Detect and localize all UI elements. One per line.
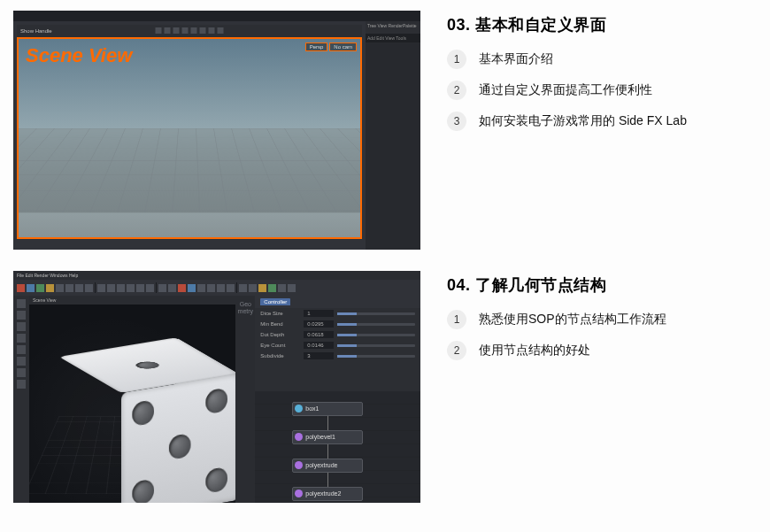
share-handle-label: Show Handle [20, 28, 52, 34]
grid-floor [17, 128, 362, 213]
side-panel-tabs: Tree View RenderPalette [366, 21, 420, 34]
node-polybevel1: polybevel1 [292, 430, 363, 444]
separator [95, 282, 96, 293]
persp-button: Persp [305, 42, 328, 51]
dice-front-face [121, 374, 235, 503]
houdini-nodes-screenshot: File Edit Render Windows Help [13, 271, 420, 503]
tool-icon [107, 284, 115, 292]
item-number-circle: 2 [447, 341, 466, 360]
extrude-icon [295, 490, 303, 497]
tool-icon [197, 284, 205, 292]
item-label: 使用节点结构的好处 [479, 343, 590, 359]
tool-icon [146, 284, 154, 292]
3d-viewport: Scene View [29, 296, 235, 503]
side-panel: Tree View RenderPalette Add Edit View To… [366, 21, 420, 250]
tool-icon [65, 284, 73, 292]
section-03-heading: 03. 基本和自定义界面 [447, 14, 757, 35]
tool-icon [227, 284, 235, 292]
viewport-tabs: Scene View [29, 296, 235, 305]
item-number-circle: 2 [447, 81, 466, 100]
param-tab-controller: Controller [260, 298, 290, 305]
node-polyextrude2: polyextrude2 [292, 487, 363, 501]
app-toolbar [13, 280, 420, 296]
lesson-item[interactable]: 2 通过自定义界面提高工作便利性 [447, 81, 757, 100]
section-03-text: 03. 基本和自定义界面 1 基本界面介绍 2 通过自定义界面提高工作便利性 3… [447, 11, 757, 250]
parameters-panel: Controller Dice Size1 Min Bend0.0295 Dot… [255, 296, 420, 391]
tool-icon [56, 284, 64, 292]
section-04-text: 04. 了解几何节点结构 1 熟悉使用SOP的节点结构工作流程 2 使用节点结构… [447, 271, 757, 503]
item-label: 通过自定义界面提高工作便利性 [479, 82, 652, 98]
tool-icon [97, 284, 105, 292]
right-column: Controller Dice Size1 Min Bend0.0295 Dot… [255, 296, 420, 503]
tool-icon [46, 284, 54, 292]
left-tool-strip [13, 296, 29, 503]
item-label: 熟悉使用SOP的节点结构工作流程 [479, 312, 666, 328]
side-panel-toolbar: Add Edit View Tools [366, 34, 420, 42]
tool-icon [188, 284, 196, 292]
network-view: box1 polybevel1 polyextrude polyextrude2 [255, 391, 420, 503]
lesson-item[interactable]: 1 熟悉使用SOP的节点结构工作流程 [447, 310, 757, 329]
node-polyextrude: polyextrude [292, 459, 363, 473]
item-number-circle: 3 [447, 112, 466, 131]
tool-icon [217, 284, 225, 292]
viewport-panel: Show Handle Scene View Persp No cam [13, 21, 366, 250]
geometry-column: Geo metry [235, 296, 255, 503]
tool-icon [17, 284, 25, 292]
app-menubar: File Edit Render Windows Help [13, 271, 420, 280]
tool-icon [27, 284, 35, 292]
course-section-03: Show Handle Scene View Persp No cam [0, 0, 770, 260]
separator [156, 282, 157, 293]
section-04-thumbnail: File Edit Render Windows Help [13, 271, 420, 503]
item-number-circle: 1 [447, 50, 466, 69]
dice-geometry [90, 356, 207, 501]
tool-icon [168, 284, 176, 292]
tool-icon [207, 284, 215, 292]
node-box1: box1 [292, 402, 363, 416]
tool-icon [258, 284, 266, 292]
tool-icon [117, 284, 125, 292]
tool-icon [136, 284, 144, 292]
lesson-item[interactable]: 1 基本界面介绍 [447, 50, 757, 69]
tool-icon [249, 284, 257, 292]
toolbar-icons [156, 25, 224, 34]
extrude-icon [295, 461, 303, 469]
separator [236, 282, 237, 293]
scene-view-window: Scene View Persp No cam [17, 37, 362, 239]
item-label: 基本界面介绍 [479, 51, 553, 67]
tool-icon [158, 284, 166, 292]
tool-icon [36, 284, 44, 292]
param-tabs: Controller [255, 296, 420, 308]
no-cam-button: No cam [329, 42, 357, 51]
tool-icon [75, 284, 83, 292]
tool-icon [288, 284, 296, 292]
lesson-item[interactable]: 2 使用节点结构的好处 [447, 341, 757, 360]
bevel-icon [295, 433, 303, 441]
tool-icon [239, 284, 247, 292]
app-topbar [13, 11, 420, 21]
tool-icon [268, 284, 276, 292]
cube-icon [295, 405, 303, 412]
tool-icon [178, 284, 186, 292]
viewport-toolbar: Show Handle [17, 25, 362, 37]
scene-view-label: Scene View [26, 44, 132, 67]
houdini-ui-screenshot: Show Handle Scene View Persp No cam [13, 11, 420, 250]
lesson-item[interactable]: 3 如何安装电子游戏常用的 Side FX Lab [447, 112, 757, 131]
tool-icon [278, 284, 286, 292]
tool-icon [127, 284, 135, 292]
course-section-04: File Edit Render Windows Help [0, 260, 770, 513]
side-panel-body [366, 42, 420, 250]
item-number-circle: 1 [447, 310, 466, 329]
item-label: 如何安装电子游戏常用的 Side FX Lab [479, 113, 687, 129]
section-03-thumbnail: Show Handle Scene View Persp No cam [13, 11, 420, 250]
tool-icon [85, 284, 93, 292]
section-04-heading: 04. 了解几何节点结构 [447, 274, 757, 296]
